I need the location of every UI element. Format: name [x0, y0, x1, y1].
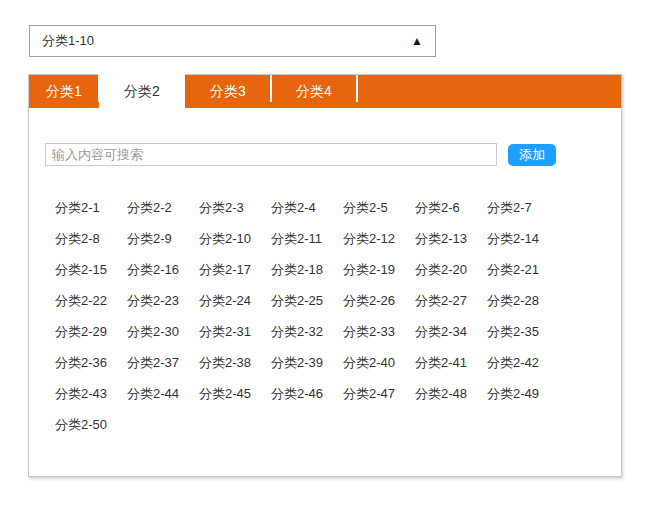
- category-item[interactable]: 分类2-39: [271, 347, 343, 378]
- category-item[interactable]: 分类2-19: [343, 254, 415, 285]
- category-item[interactable]: 分类2-37: [127, 347, 199, 378]
- category-item[interactable]: 分类2-48: [415, 378, 487, 409]
- category-item[interactable]: 分类2-45: [199, 378, 271, 409]
- category-item[interactable]: 分类2-15: [55, 254, 127, 285]
- category-item[interactable]: 分类2-20: [415, 254, 487, 285]
- category-item[interactable]: 分类2-9: [127, 223, 199, 254]
- category-item[interactable]: 分类2-4: [271, 192, 343, 223]
- category-item[interactable]: 分类2-2: [127, 192, 199, 223]
- category-item[interactable]: 分类2-21: [487, 254, 559, 285]
- category-item[interactable]: 分类2-42: [487, 347, 559, 378]
- dropdown-arrow-up-icon[interactable]: ▲: [411, 26, 423, 56]
- category-item[interactable]: 分类2-47: [343, 378, 415, 409]
- category-item[interactable]: 分类2-13: [415, 223, 487, 254]
- category-range-dropdown[interactable]: 分类1-10 ▲: [29, 25, 436, 57]
- category-panel: 分类1分类2分类3分类4 添加 分类2-1分类2-2分类2-3分类2-4分类2-…: [28, 74, 622, 477]
- category-item[interactable]: 分类2-16: [127, 254, 199, 285]
- category-item[interactable]: 分类2-43: [55, 378, 127, 409]
- category-item[interactable]: 分类2-38: [199, 347, 271, 378]
- tab-4[interactable]: 分类4: [271, 75, 357, 108]
- tab-2[interactable]: 分类2: [99, 72, 185, 111]
- category-item[interactable]: 分类2-14: [487, 223, 559, 254]
- category-item[interactable]: 分类2-33: [343, 316, 415, 347]
- category-item[interactable]: 分类2-18: [271, 254, 343, 285]
- category-item[interactable]: 分类2-24: [199, 285, 271, 316]
- search-row: 添加: [45, 143, 621, 166]
- category-item[interactable]: 分类2-36: [55, 347, 127, 378]
- tab-bar: 分类1分类2分类3分类4: [29, 75, 621, 108]
- category-item[interactable]: 分类2-22: [55, 285, 127, 316]
- category-item[interactable]: 分类2-41: [415, 347, 487, 378]
- page: 分类1-10 ▲ 分类1分类2分类3分类4 添加 分类2-1分类2-2分类2-3…: [0, 0, 650, 505]
- category-item[interactable]: 分类2-1: [55, 192, 127, 223]
- category-item[interactable]: 分类2-29: [55, 316, 127, 347]
- tab-1[interactable]: 分类1: [29, 75, 99, 108]
- category-item[interactable]: 分类2-23: [127, 285, 199, 316]
- category-item[interactable]: 分类2-32: [271, 316, 343, 347]
- category-item[interactable]: 分类2-40: [343, 347, 415, 378]
- category-item[interactable]: 分类2-3: [199, 192, 271, 223]
- search-input[interactable]: [45, 143, 497, 166]
- category-item[interactable]: 分类2-31: [199, 316, 271, 347]
- category-item[interactable]: 分类2-10: [199, 223, 271, 254]
- category-item[interactable]: 分类2-44: [127, 378, 199, 409]
- category-item[interactable]: 分类2-7: [487, 192, 559, 223]
- dropdown-value: 分类1-10: [42, 33, 94, 48]
- category-item[interactable]: 分类2-8: [55, 223, 127, 254]
- category-item[interactable]: 分类2-12: [343, 223, 415, 254]
- category-item[interactable]: 分类2-50: [55, 409, 127, 440]
- category-list: 分类2-1分类2-2分类2-3分类2-4分类2-5分类2-6分类2-7分类2-8…: [55, 192, 615, 440]
- category-item[interactable]: 分类2-46: [271, 378, 343, 409]
- category-item[interactable]: 分类2-6: [415, 192, 487, 223]
- category-item[interactable]: 分类2-49: [487, 378, 559, 409]
- category-item[interactable]: 分类2-30: [127, 316, 199, 347]
- category-item[interactable]: 分类2-26: [343, 285, 415, 316]
- category-item[interactable]: 分类2-25: [271, 285, 343, 316]
- category-item[interactable]: 分类2-5: [343, 192, 415, 223]
- category-item[interactable]: 分类2-28: [487, 285, 559, 316]
- tab-3[interactable]: 分类3: [185, 75, 271, 108]
- category-item[interactable]: 分类2-17: [199, 254, 271, 285]
- category-item[interactable]: 分类2-34: [415, 316, 487, 347]
- category-item[interactable]: 分类2-27: [415, 285, 487, 316]
- category-item[interactable]: 分类2-35: [487, 316, 559, 347]
- add-button[interactable]: 添加: [508, 144, 556, 166]
- category-item[interactable]: 分类2-11: [271, 223, 343, 254]
